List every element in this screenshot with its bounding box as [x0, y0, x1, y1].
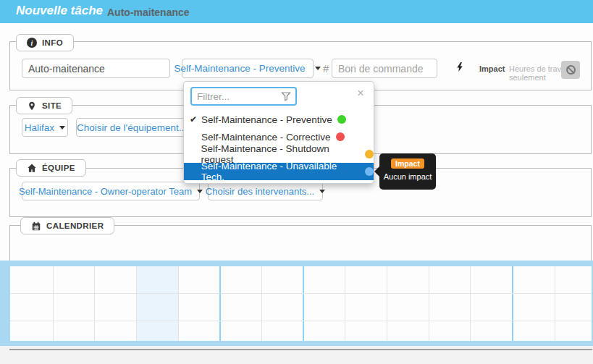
workers-dropdown-button[interactable]: Choisir des intervenants... [208, 182, 323, 200]
equipment-placeholder-label: Choisir de l'équipement... [77, 122, 187, 133]
impact-badge: Impact [391, 158, 424, 169]
equipment-dropdown-button[interactable]: Choisir de l'équipement... [76, 118, 188, 137]
status-color-dot [365, 150, 374, 158]
site-section-label: SITE [42, 101, 62, 110]
new-task-page: Nouvelle tâche Auto-maitenance INFO Self… [0, 0, 593, 364]
home-icon [27, 163, 37, 173]
calendar-section-label: CALENDRIER [46, 221, 104, 230]
hash-symbol: # [323, 62, 329, 75]
type-options-list: ✔ Self-Maintenance - Preventive Self-Mai… [184, 111, 374, 180]
purchase-order-input[interactable] [332, 59, 437, 78]
task-type-selected-label: Self-Maintenance - Preventive [174, 63, 306, 74]
team-selected-label: Self-Maintenance - Owner-operator Team [19, 186, 192, 197]
impact-hint-label: Heures de travail seulement [509, 64, 593, 82]
task-name-input[interactable] [22, 59, 170, 78]
team-section-label: ÉQUIPE [42, 164, 75, 172]
page-title: Nouvelle tâche [16, 4, 103, 18]
chevron-down-icon [197, 190, 203, 193]
footer-divider [9, 349, 592, 350]
info-section-label: INFO [42, 38, 63, 47]
filter-input-wrap [190, 87, 297, 106]
calendar-icon [31, 221, 41, 232]
chevron-down-icon [59, 126, 65, 130]
page-header: Nouvelle tâche Auto-maitenance [0, 0, 593, 23]
status-color-dot [337, 115, 346, 124]
check-icon: ✔ [190, 114, 201, 124]
site-section-tab: SITE [16, 97, 72, 114]
slash-circle-icon [566, 65, 576, 75]
impact-tooltip-text: Aucun impact [384, 172, 432, 181]
page-subtitle: Auto-maitenance [107, 7, 190, 18]
gantt-calendar: Work with external assignee Auto-maitena… [0, 261, 593, 346]
status-color-dot [365, 167, 374, 176]
team-dropdown-button[interactable]: Self-Maintenance - Owner-operator Team [22, 182, 200, 200]
map-pin-icon [27, 101, 37, 111]
gantt-grid[interactable] [10, 266, 592, 341]
chevron-down-icon [315, 67, 321, 70]
chevron-down-icon [319, 190, 325, 193]
task-type-dropdown-panel: × ✔ Self-Maintenance - Preventive Self-M… [183, 81, 374, 184]
gantt-highlight-column [136, 266, 178, 341]
info-icon [27, 38, 37, 48]
type-option-preventive[interactable]: ✔ Self-Maintenance - Preventive [184, 111, 374, 128]
close-icon[interactable]: × [357, 87, 364, 99]
task-type-dropdown-button[interactable]: Self-Maintenance - Preventive [182, 59, 314, 78]
type-option-unavailable-tech[interactable]: Self-Maintenance - Unavailable Tech. [184, 163, 374, 180]
page-footer [0, 346, 593, 364]
funnel-filter-icon [280, 90, 292, 102]
site-selected-label: Halifax [25, 122, 54, 133]
calendar-section-tab: CALENDRIER [20, 217, 114, 234]
site-dropdown-button[interactable]: Halifax [22, 118, 68, 137]
info-section-tab: INFO [16, 34, 74, 51]
lightning-bolt-icon [455, 62, 466, 72]
workers-placeholder-label: Choisir des intervenants... [206, 186, 314, 197]
no-impact-button[interactable] [561, 61, 580, 79]
impact-label: Impact [479, 64, 505, 73]
status-color-dot [336, 132, 345, 141]
impact-tooltip: Impact Aucun impact [379, 153, 436, 190]
team-section-tab: ÉQUIPE [16, 159, 86, 177]
